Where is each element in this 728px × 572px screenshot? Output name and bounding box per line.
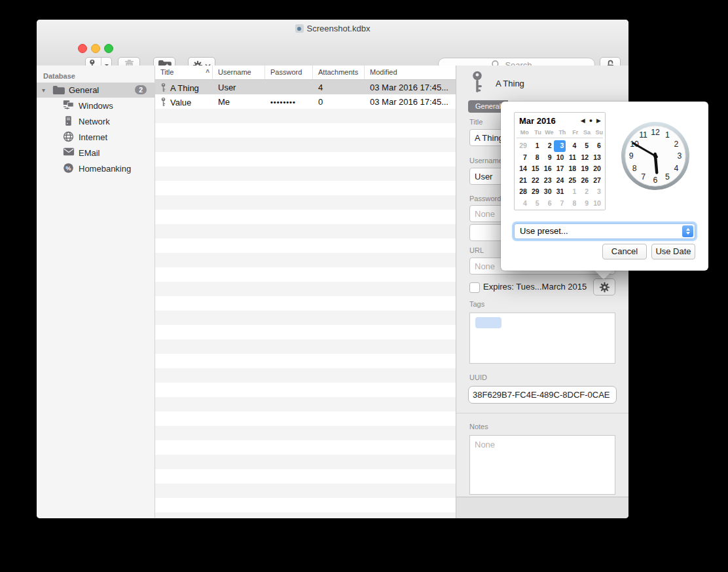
calendar-day[interactable]: 29 xyxy=(517,140,529,152)
calendar-day[interactable]: 28 xyxy=(517,186,529,198)
cancel-button[interactable]: Cancel xyxy=(602,244,647,259)
calendar-day[interactable]: 7 xyxy=(554,198,566,210)
calendar-day[interactable]: 22 xyxy=(529,175,541,187)
expires-checkbox[interactable] xyxy=(469,282,480,293)
calendar-day[interactable]: 5 xyxy=(529,198,541,210)
calendar-day[interactable]: 15 xyxy=(529,163,541,175)
minimize-button[interactable] xyxy=(91,44,100,53)
stepper-icon[interactable] xyxy=(682,225,693,237)
column-header-title[interactable]: Title^ xyxy=(155,66,213,79)
uuid-field[interactable]: 38F629B7-FC4E-489C-8DCF-0CAE xyxy=(468,386,617,404)
empty-row-stripe xyxy=(155,311,456,325)
globe-icon xyxy=(63,131,75,143)
empty-row-stripe xyxy=(155,383,456,397)
cell-username: User xyxy=(213,83,265,92)
calendar-day[interactable]: 7 xyxy=(517,152,529,164)
svg-text:8: 8 xyxy=(632,164,637,173)
calendar-day[interactable]: 17 xyxy=(554,163,566,175)
sidebar-item-label: EMail xyxy=(79,148,100,158)
calendar-day[interactable]: 19 xyxy=(578,163,591,175)
sidebar-section-header: Database xyxy=(43,72,155,80)
sidebar-item-network[interactable]: Network xyxy=(37,113,155,129)
sidebar-item-general[interactable]: ▾ General 2 xyxy=(37,83,155,98)
calendar-day[interactable]: 23 xyxy=(541,175,554,187)
key-icon xyxy=(160,96,166,107)
cell-attachments: 4 xyxy=(313,83,365,92)
column-header-username[interactable]: Username xyxy=(213,66,265,79)
document-icon xyxy=(295,24,304,33)
column-header-attachments[interactable]: Attachments xyxy=(313,66,365,79)
calendar-day[interactable]: 2 xyxy=(578,186,591,198)
calendar-day[interactable]: 10 xyxy=(591,198,603,210)
calendar-next-icon[interactable]: ▶ xyxy=(596,117,601,124)
calendar-day[interactable]: 21 xyxy=(517,175,529,187)
notes-field[interactable] xyxy=(469,435,615,495)
calendar-today-icon[interactable]: ● xyxy=(589,117,592,124)
calendar-day[interactable]: 4 xyxy=(566,140,578,152)
calendar-day[interactable]: 30 xyxy=(541,186,554,198)
analog-clock[interactable]: 123456789101112 xyxy=(620,121,691,191)
calendar-day[interactable]: 6 xyxy=(541,198,554,210)
notes-label: Notes xyxy=(469,423,488,430)
use-date-button[interactable]: Use Date xyxy=(651,244,695,259)
weekday-label: Th xyxy=(554,129,566,136)
folder-icon xyxy=(52,85,65,96)
calendar-day[interactable]: 3 xyxy=(591,186,603,198)
calendar-day[interactable]: 8 xyxy=(529,152,541,164)
cell-modified: 03 Mar 2016 17:45... xyxy=(365,97,456,107)
calendar-day[interactable]: 11 xyxy=(566,152,578,164)
empty-row-stripe xyxy=(155,152,456,166)
close-button[interactable] xyxy=(78,44,87,53)
column-header-modified[interactable]: Modified xyxy=(365,66,456,79)
calendar-day[interactable]: 5 xyxy=(578,140,591,152)
empty-row-stripe xyxy=(155,166,456,181)
sidebar-item-homebanking[interactable]: %Homebanking xyxy=(37,161,155,176)
calendar-prev-icon[interactable]: ◀ xyxy=(581,117,585,124)
calendar-day[interactable]: 24 xyxy=(554,175,566,187)
table-header: Title^ Username Password Attachments Mod… xyxy=(155,66,456,80)
calendar-day[interactable]: 20 xyxy=(591,163,603,175)
weekday-label: Tu xyxy=(529,129,541,136)
calendar-day[interactable]: 26 xyxy=(578,175,591,187)
tag-token[interactable] xyxy=(475,317,501,328)
calendar-grid: 2912345678910111213141516171819202122232… xyxy=(517,140,603,209)
column-header-password[interactable]: Password xyxy=(265,66,313,79)
calendar-day[interactable]: 13 xyxy=(591,152,603,164)
calendar-day[interactable]: 6 xyxy=(591,140,603,152)
calendar-day[interactable]: 14 xyxy=(517,163,529,175)
calendar-day[interactable]: 29 xyxy=(529,186,541,198)
table-row[interactable]: ValueMe••••••••003 Mar 2016 17:45... xyxy=(155,94,456,109)
empty-row-stripe xyxy=(155,484,456,498)
expiry-date-picker-button[interactable] xyxy=(593,278,615,296)
calendar-day[interactable]: 4 xyxy=(517,198,529,210)
weekday-label: Fr xyxy=(566,129,578,136)
disclosure-triangle-icon[interactable]: ▾ xyxy=(42,86,50,94)
zoom-button[interactable] xyxy=(104,44,113,53)
empty-row-stripe xyxy=(155,397,456,411)
table-row[interactable]: A ThingUser403 Mar 2016 17:45... xyxy=(155,80,456,94)
sidebar-item-label: Homebanking xyxy=(79,164,131,174)
calendar-day[interactable]: 16 xyxy=(541,163,554,175)
calendar-day[interactable]: 12 xyxy=(578,152,591,164)
sidebar-item-windows[interactable]: Windows xyxy=(37,98,155,113)
preset-dropdown[interactable]: Use preset... xyxy=(514,223,695,239)
sidebar-item-email[interactable]: EMail xyxy=(37,145,155,161)
sidebar-item-internet[interactable]: Internet xyxy=(37,129,155,145)
tags-field[interactable] xyxy=(469,313,615,364)
calendar-day-selected[interactable]: 3 xyxy=(554,140,566,152)
calendar-day[interactable]: 25 xyxy=(566,175,578,187)
cell-modified: 03 Mar 2016 17:45... xyxy=(365,83,456,92)
cell-attachments: 0 xyxy=(313,97,365,107)
calendar-day[interactable]: 18 xyxy=(566,163,578,175)
calendar-day[interactable]: 31 xyxy=(554,186,566,198)
calendar-day[interactable]: 9 xyxy=(541,152,554,164)
calendar-day[interactable]: 2 xyxy=(541,140,554,152)
calendar-day[interactable]: 1 xyxy=(529,140,541,152)
percent-icon: % xyxy=(63,162,75,174)
calendar-day[interactable]: 8 xyxy=(566,198,578,210)
empty-row-stripe xyxy=(155,224,456,238)
calendar-day[interactable]: 10 xyxy=(554,152,566,164)
calendar-day[interactable]: 1 xyxy=(566,186,578,198)
calendar-day[interactable]: 9 xyxy=(578,198,591,210)
calendar-day[interactable]: 27 xyxy=(591,175,603,187)
